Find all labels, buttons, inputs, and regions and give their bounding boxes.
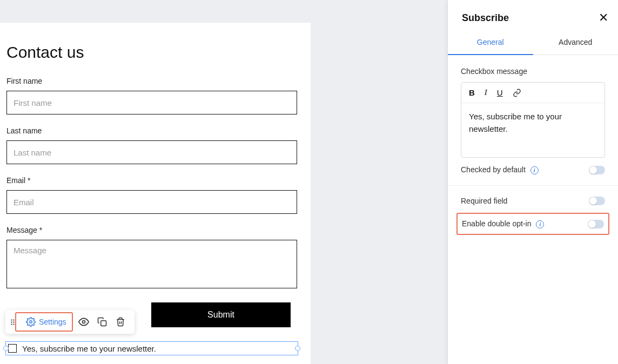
- field-message: Message *: [6, 226, 304, 291]
- duplicate-button[interactable]: [95, 314, 110, 329]
- close-icon: ✕: [599, 11, 608, 24]
- field-first-name: First name: [6, 77, 304, 114]
- form-title: Contact us: [6, 43, 304, 62]
- panel-tabs: General Advanced: [448, 30, 618, 55]
- canvas-area: Contact us First name Last name Email * …: [0, 0, 447, 364]
- link-icon: [513, 89, 521, 97]
- close-button[interactable]: ✕: [599, 11, 608, 25]
- tab-advanced[interactable]: Advanced: [533, 30, 619, 55]
- enable-double-optin-label: Enable double opt-in: [462, 219, 531, 228]
- info-icon[interactable]: i: [530, 166, 539, 174]
- tab-general[interactable]: General: [448, 30, 533, 55]
- field-last-name: Last name: [6, 126, 304, 164]
- info-icon[interactable]: i: [536, 220, 544, 228]
- subscribe-checkbox-element[interactable]: Yes, subscribe me to your newsletter.: [5, 341, 298, 355]
- input-first-name[interactable]: [6, 91, 297, 114]
- eye-icon: [78, 316, 89, 327]
- settings-panel: Subscribe ✕ General Advanced Checkbox me…: [447, 0, 618, 364]
- svg-point-0: [30, 321, 32, 323]
- bold-button[interactable]: B: [469, 88, 475, 97]
- field-email: Email *: [6, 176, 304, 214]
- rte-content[interactable]: Yes, subscribe me to your newsletter.: [461, 103, 604, 157]
- svg-point-1: [82, 321, 85, 323]
- italic-button[interactable]: I: [485, 88, 487, 97]
- drag-handle-icon[interactable]: [10, 319, 15, 325]
- option-checked-by-default: Checked by default i: [461, 158, 605, 182]
- divider: [448, 185, 618, 186]
- settings-label: Settings: [39, 318, 66, 326]
- checkbox-icon: [8, 344, 17, 353]
- settings-button[interactable]: Settings: [22, 314, 71, 329]
- svg-rect-2: [100, 321, 106, 326]
- label-message: Message *: [6, 226, 304, 234]
- delete-button[interactable]: [113, 314, 128, 329]
- label-first-name: First name: [6, 77, 304, 85]
- submit-button[interactable]: Submit: [151, 302, 291, 327]
- element-toolbar: Settings: [5, 310, 135, 334]
- trash-icon: [116, 317, 125, 327]
- toggle-required-field[interactable]: [589, 197, 605, 205]
- rich-text-editor: B I U Yes, subscribe me to your newslett…: [461, 82, 605, 158]
- toggle-checked-by-default[interactable]: [589, 166, 605, 174]
- subscribe-label: Yes, subscribe me to your newsletter.: [22, 344, 156, 353]
- checked-by-default-label: Checked by default: [461, 165, 526, 174]
- input-message[interactable]: [6, 240, 297, 288]
- rte-toolbar: B I U: [461, 83, 604, 103]
- toggle-enable-double-optin[interactable]: [588, 220, 604, 228]
- label-email: Email *: [6, 176, 304, 185]
- settings-highlight: Settings: [15, 312, 73, 332]
- label-last-name: Last name: [6, 126, 304, 135]
- gear-icon: [26, 317, 36, 327]
- required-field-label: Required field: [461, 197, 507, 205]
- preview-button[interactable]: [76, 314, 91, 329]
- input-last-name[interactable]: [6, 140, 297, 164]
- panel-title: Subscribe: [462, 12, 509, 24]
- link-button[interactable]: [513, 89, 521, 97]
- checkbox-message-label: Checkbox message: [461, 67, 605, 76]
- underline-button[interactable]: U: [497, 88, 503, 97]
- input-email[interactable]: [6, 190, 297, 214]
- option-required-field: Required field: [461, 189, 605, 213]
- copy-icon: [97, 317, 107, 327]
- option-enable-double-optin: Enable double opt-in i: [456, 213, 609, 235]
